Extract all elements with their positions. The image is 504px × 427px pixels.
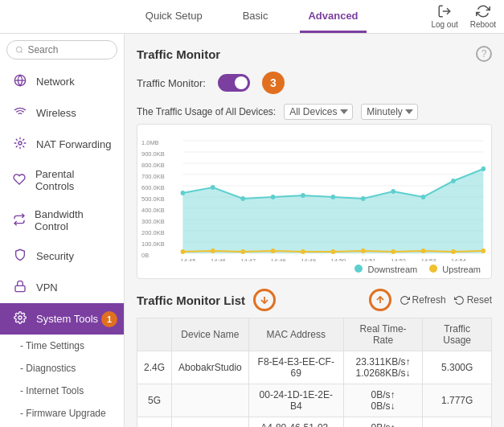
wifi-icon [12,105,28,121]
security-icon [12,248,28,264]
svg-text:14:45: 14:45 [181,257,196,261]
cell-band: 5G [137,417,172,428]
help-icon[interactable]: ? [476,46,492,62]
chart-label: The Traffic Usage of All Devices: [137,106,276,117]
sidebar-sub-firmware-upgrade[interactable]: - Firmware Upgrade [0,402,124,425]
toggle-row: Traffic Monitor: 3 [137,72,492,94]
sidebar-sub-diagnostics[interactable]: - Diagnostics [0,357,124,380]
nav-tabs: Quick Setup Basic Advanced [72,0,431,33]
system-tools-badge: 1 [101,311,117,327]
sidebar-item-network[interactable]: Network [0,66,124,97]
svg-point-31 [211,185,215,190]
svg-point-0 [16,47,22,52]
content-area: Traffic Monitor ? Traffic Monitor: 3 The… [125,34,504,427]
search-input[interactable] [27,44,109,55]
table-row: 5G A4-80-46-51-03-F1 0B/s↑ 0B/s↓ 604.652… [137,417,492,428]
interval-select[interactable]: Minutely Hourly Daily [361,104,418,120]
svg-point-44 [271,248,276,253]
cell-mac: A4-80-46-51-03-F1 [248,417,343,428]
sidebar-sub-internet-tools[interactable]: - Internet Tools [0,380,124,402]
upload-arrow [369,289,391,311]
cell-real-time: 0B/s↑ 0B/s↓ [343,417,423,428]
cell-real-time: 0B/s↑ 0B/s↓ [343,384,423,417]
svg-text:500.0KB: 500.0KB [141,195,165,203]
col-band [137,318,172,351]
sidebar-item-bandwidth[interactable]: Bandwidth Control [0,200,124,240]
svg-point-47 [361,248,366,253]
downstream-dot [354,265,363,273]
reset-button[interactable]: Reset [454,294,492,306]
cell-traffic-usage: 1.777G [423,384,492,417]
svg-text:14:53: 14:53 [421,257,436,261]
refresh-button[interactable]: Refresh [400,294,446,306]
cell-real-time: 23.311KB/s↑ 1.0268KB/s↓ [343,351,423,384]
svg-text:0B: 0B [141,252,149,259]
sidebar-item-wireless[interactable]: Wireless [0,97,124,129]
download-arrow [253,289,276,311]
chart-controls: The Traffic Usage of All Devices: All De… [137,104,492,120]
search-icon [15,45,23,55]
tab-advanced[interactable]: Advanced [300,0,366,33]
logout-button[interactable]: Log out [431,4,457,29]
cell-traffic-usage: 604.652M [423,417,492,428]
device-select[interactable]: All Devices 2.4G 5G [284,104,353,120]
vpn-icon [12,280,28,295]
sidebar: Network Wireless NAT Forwarding [0,34,125,427]
svg-point-41 [181,249,186,254]
svg-point-45 [301,249,305,254]
bandwidth-icon [12,213,27,228]
svg-point-36 [361,196,366,201]
svg-point-33 [271,195,276,199]
tab-quick-setup[interactable]: Quick Setup [137,0,211,33]
svg-text:700.0KB: 700.0KB [141,173,165,180]
cell-device-name [172,384,249,417]
list-actions: Refresh Reset [369,289,492,311]
cell-mac: 00-24-1D-1E-2E-B4 [248,384,343,417]
reboot-button[interactable]: Reboot [470,4,496,29]
tab-basic[interactable]: Basic [235,0,277,33]
nat-icon [12,137,28,152]
sidebar-item-label: Parental Controls [35,168,112,192]
svg-text:14:49: 14:49 [301,257,316,261]
sidebar-item-vpn[interactable]: VPN [0,272,124,303]
col-mac: MAC Address [248,318,343,351]
search-box[interactable] [6,40,117,60]
svg-point-4 [18,142,22,145]
svg-text:800.0KB: 800.0KB [141,162,165,169]
svg-text:300.0KB: 300.0KB [141,218,165,225]
traffic-list-header: Traffic Monitor List Refre [137,289,492,311]
downstream-legend: Downstream [354,265,417,274]
globe-icon [12,74,28,89]
up-arrow-icon [375,294,386,306]
svg-text:600.0KB: 600.0KB [141,184,165,191]
svg-point-35 [331,195,336,199]
svg-point-46 [331,249,336,254]
tools-icon [12,311,28,326]
table-row: 2.4G AbobakrStudio F8-E4-E3-EE-CF-69 23.… [137,351,492,384]
sidebar-item-security[interactable]: Security [0,240,124,272]
traffic-list-title: Traffic Monitor List [137,294,245,307]
traffic-monitor-badge: 3 [262,72,285,94]
svg-point-51 [481,248,486,253]
sidebar-item-nat[interactable]: NAT Forwarding [0,129,124,160]
svg-point-40 [481,166,486,171]
svg-text:400.0KB: 400.0KB [141,207,165,214]
svg-rect-5 [15,285,25,291]
sidebar-item-label: VPN [36,281,58,294]
down-arrow-icon [259,294,270,306]
upstream-dot [429,265,437,273]
sidebar-item-system-tools[interactable]: System Tools 1 [0,303,124,335]
svg-marker-29 [182,169,483,253]
sidebar-item-label: Security [36,250,74,262]
traffic-monitor-header: Traffic Monitor ? [137,46,492,62]
svg-text:14:46: 14:46 [211,257,226,261]
svg-point-48 [391,249,395,254]
sidebar-item-label: Bandwidth Control [35,208,112,232]
svg-point-50 [451,249,456,254]
sidebar-item-parental[interactable]: Parental Controls [0,160,124,200]
traffic-monitor-toggle[interactable] [218,74,250,92]
main-layout: Network Wireless NAT Forwarding [0,34,504,427]
svg-line-1 [21,51,23,53]
sidebar-sub-time-settings[interactable]: - Time Settings [0,335,124,357]
svg-text:100.0KB: 100.0KB [141,240,165,248]
